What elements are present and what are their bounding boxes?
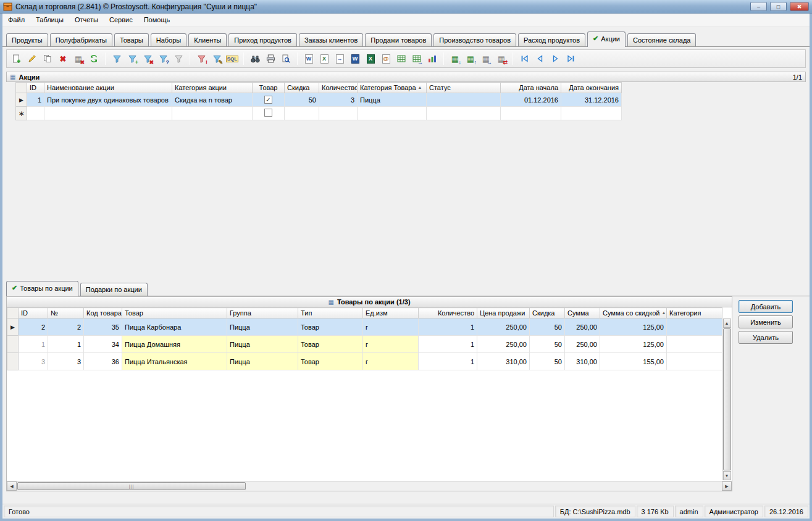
- filter-edit-icon[interactable]: ✎: [210, 52, 224, 65]
- cell-id[interactable]: 2: [19, 319, 48, 336]
- cell-price[interactable]: 310,00: [477, 353, 530, 370]
- nav-last-icon[interactable]: [564, 52, 577, 65]
- cell-category[interactable]: [667, 353, 722, 370]
- cell-group[interactable]: Пицца: [227, 319, 298, 336]
- cell-num[interactable]: 2: [48, 319, 84, 336]
- col-product-category[interactable]: Категория Товара▲: [358, 83, 427, 93]
- cell-product-category[interactable]: Пицца: [358, 93, 427, 107]
- promo-goods-row[interactable]: 3 3 36 Пицца Итальянская Пицца Товар г 1…: [7, 353, 722, 370]
- cell-sum[interactable]: 250,00: [565, 319, 600, 336]
- cell-sum[interactable]: 310,00: [565, 353, 600, 370]
- cell-unit[interactable]: г: [363, 336, 419, 353]
- tab-promo-goods[interactable]: ✔Товары по акции: [6, 281, 78, 296]
- cell-product[interactable]: Пицца Домашняя: [122, 336, 227, 353]
- cell-product-flag[interactable]: ✓: [253, 93, 285, 107]
- cell-num[interactable]: 1: [48, 336, 84, 353]
- scroll-left-button[interactable]: ◀: [7, 481, 17, 491]
- cell-empty[interactable]: [427, 107, 501, 120]
- cell-empty[interactable]: [501, 107, 561, 120]
- tab-products[interactable]: Продукты: [6, 33, 48, 46]
- panel-grid-icon[interactable]: ▦: [10, 73, 15, 80]
- nav-prev-icon[interactable]: [533, 52, 546, 65]
- col-sum-discount[interactable]: Сумма со скидкой▲: [600, 308, 667, 319]
- delete-button[interactable]: Удалить: [739, 331, 793, 344]
- cell-code[interactable]: 34: [84, 336, 122, 353]
- col-date-end[interactable]: Дата окончания: [561, 83, 622, 93]
- cell-code[interactable]: 36: [84, 353, 122, 370]
- import-table-icon[interactable]: →: [410, 52, 424, 65]
- cell-id[interactable]: 3: [19, 353, 48, 370]
- sql-icon[interactable]: SQL: [225, 52, 239, 65]
- menu-file[interactable]: Файл: [2, 14, 30, 27]
- table-import-icon[interactable]: ▦⇄: [495, 52, 508, 65]
- export-word-icon[interactable]: W: [302, 52, 316, 65]
- filter-question-icon[interactable]: ?: [156, 52, 170, 65]
- cell-num[interactable]: 3: [48, 353, 84, 370]
- col-id[interactable]: ID: [19, 308, 48, 319]
- cell-discount[interactable]: 50: [530, 336, 565, 353]
- col-price[interactable]: Цена продажи: [477, 308, 530, 319]
- nav-next-icon[interactable]: [548, 52, 562, 65]
- product-checkbox[interactable]: ✓: [264, 96, 272, 104]
- cell-sum-discount[interactable]: 125,00: [600, 336, 667, 353]
- maximize-button[interactable]: □: [770, 2, 787, 11]
- vertical-scrollbar[interactable]: ▲ ▼: [722, 319, 731, 480]
- horizontal-scrollbar[interactable]: ◀ ||| ▶: [7, 481, 732, 491]
- cell-date-start[interactable]: 01.12.2016: [501, 93, 561, 107]
- preview-icon[interactable]: [279, 52, 293, 65]
- col-group[interactable]: Группа: [227, 308, 298, 319]
- filter-add-icon[interactable]: +: [125, 52, 139, 65]
- table-copy-icon[interactable]: ▦↓: [448, 52, 462, 65]
- cell-quantity[interactable]: 1: [419, 319, 477, 336]
- cell-type[interactable]: Товар: [298, 336, 363, 353]
- vertical-scroll-thumb[interactable]: [723, 328, 731, 470]
- col-product[interactable]: Товар: [122, 308, 227, 319]
- cell-unit[interactable]: г: [363, 353, 419, 370]
- cell-code[interactable]: 35: [84, 319, 122, 336]
- cell-type[interactable]: Товар: [298, 353, 363, 370]
- cell-product[interactable]: Пицца Итальянская: [122, 353, 227, 370]
- cell-unit[interactable]: г: [363, 319, 419, 336]
- cell-empty[interactable]: [253, 107, 285, 120]
- refresh-icon[interactable]: [87, 52, 101, 65]
- add-record-icon[interactable]: [10, 52, 23, 65]
- current-row-marker[interactable]: ▶: [16, 93, 27, 107]
- excel-icon[interactable]: X: [364, 52, 377, 65]
- col-promo-name[interactable]: Наименование акции: [44, 83, 172, 93]
- menu-service[interactable]: Сервис: [104, 14, 138, 27]
- cell-sum-discount[interactable]: 155,00: [600, 353, 667, 370]
- cell-group[interactable]: Пицца: [227, 353, 298, 370]
- new-row[interactable]: ∗: [16, 107, 622, 120]
- cell-discount[interactable]: 50: [530, 319, 565, 336]
- promo-goods-row[interactable]: 1 1 34 Пицца Домашняя Пицца Товар г 1 25…: [7, 336, 722, 353]
- filter-icon[interactable]: [110, 52, 123, 65]
- cell-discount[interactable]: 50: [530, 353, 565, 370]
- cell-empty[interactable]: [27, 107, 44, 120]
- cell-category[interactable]: [667, 319, 722, 336]
- export-excel-icon[interactable]: X: [317, 52, 331, 65]
- print-icon[interactable]: [264, 52, 277, 65]
- col-unit[interactable]: Ед.изм: [363, 308, 419, 319]
- tab-clients[interactable]: Клиенты: [188, 33, 227, 46]
- titlebar[interactable]: Склад и торговля (2.841) © Prostoysoft. …: [0, 0, 812, 14]
- col-product-flag[interactable]: Товар: [253, 83, 285, 93]
- cell-type[interactable]: Товар: [298, 319, 363, 336]
- col-num[interactable]: №: [48, 308, 84, 319]
- tab-goods-sales[interactable]: Продажи товаров: [365, 33, 432, 46]
- tab-product-expense[interactable]: Расход продуктов: [518, 33, 585, 46]
- col-quantity[interactable]: Количество: [319, 83, 358, 93]
- scroll-down-button[interactable]: ▼: [723, 471, 731, 480]
- delete-all-icon[interactable]: ▦✖: [72, 52, 85, 65]
- table-export-icon[interactable]: ▦→: [479, 52, 493, 65]
- cell-quantity[interactable]: 3: [319, 93, 358, 107]
- col-discount[interactable]: Скидка: [285, 83, 319, 93]
- promotion-row[interactable]: ▶ 1 При покупке двух одинаковых товаров …: [16, 93, 622, 107]
- tab-goods[interactable]: Товары: [114, 33, 149, 46]
- col-code[interactable]: Код товара: [84, 308, 122, 319]
- cell-empty[interactable]: [44, 107, 172, 120]
- menu-reports[interactable]: Отчеты: [69, 14, 104, 27]
- col-discount[interactable]: Скидка: [530, 308, 565, 319]
- menu-help[interactable]: Помощь: [138, 14, 176, 27]
- add-button[interactable]: Добавить: [739, 300, 793, 313]
- cell-id[interactable]: 1: [19, 336, 48, 353]
